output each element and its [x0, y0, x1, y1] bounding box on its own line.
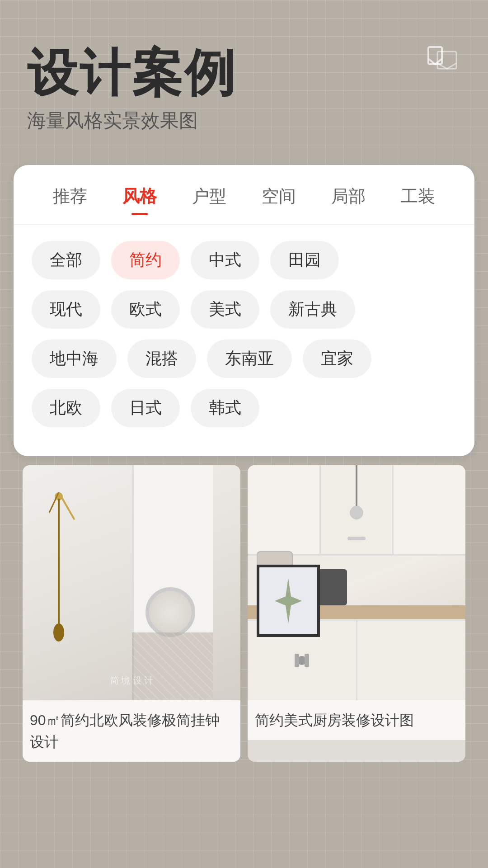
filter-card: 推荐 风格 户型 空间 局部 工装 全部 简约 中式 田园 现代 — [14, 165, 474, 456]
image-grid: 简 境 设 计 90㎡简约北欧风装修极简挂钟设计 — [18, 456, 470, 762]
page-title: 设计案例 — [27, 45, 461, 101]
filter-modern[interactable]: 现代 — [32, 290, 100, 329]
tab-space[interactable]: 空间 — [244, 181, 314, 212]
image-caption-2: 简约美式厨房装修设计图 — [248, 700, 465, 740]
filter-japanese[interactable]: 日式 — [111, 389, 180, 427]
filter-pastoral[interactable]: 田园 — [270, 241, 339, 279]
filter-row-3: 地中海 混搭 东南亚 宜家 — [32, 340, 456, 378]
image-card-2[interactable]: 简约美式厨房装修设计图 — [248, 465, 465, 762]
img-left-background — [23, 465, 240, 700]
svg-rect-0 — [428, 47, 442, 64]
page-wrapper: 设计案例 海量风格实景效果图 推荐 风格 户型 空间 局部 工装 全部 简约 中… — [0, 0, 488, 868]
wall-clock — [50, 492, 68, 673]
tab-detail[interactable]: 局部 — [314, 181, 383, 212]
filter-simple[interactable]: 简约 — [111, 241, 180, 279]
cabinet-upper-1 — [248, 465, 321, 554]
filter-ikea[interactable]: 宜家 — [303, 340, 371, 378]
filter-mediterranean[interactable]: 地中海 — [32, 340, 117, 378]
image-caption-1: 90㎡简约北欧风装修极简挂钟设计 — [23, 700, 240, 762]
tab-style[interactable]: 风格 — [105, 181, 174, 212]
page-subtitle: 海量风格实景效果图 — [27, 108, 461, 133]
tab-commercial[interactable]: 工装 — [383, 181, 453, 212]
image-placeholder-1: 简 境 设 计 — [23, 465, 240, 700]
caption-text-2: 简约美式厨房装修设计图 — [255, 709, 458, 731]
bookmark-icon — [425, 45, 461, 72]
image-watermark-1: 简 境 设 计 — [110, 675, 154, 687]
image-row: 简 境 设 计 90㎡简约北欧风装修极简挂钟设计 — [23, 465, 465, 762]
filter-american[interactable]: 美式 — [191, 290, 259, 329]
caption-text-1: 90㎡简约北欧风装修极简挂钟设计 — [30, 709, 233, 753]
header-section: 设计案例 海量风格实景效果图 — [18, 27, 470, 165]
image-card-1[interactable]: 简 境 设 计 90㎡简约北欧风装修极简挂钟设计 — [23, 465, 240, 762]
filter-neoclassical[interactable]: 新古典 — [270, 290, 355, 329]
filter-panel: 全部 简约 中式 田园 现代 欧式 美式 新古典 地中海 混搭 东南亚 — [14, 225, 474, 456]
filter-nordic[interactable]: 北欧 — [32, 389, 100, 427]
filter-row-4: 北欧 日式 韩式 — [32, 389, 456, 427]
filter-row-1: 全部 简约 中式 田园 — [32, 241, 456, 279]
tab-bar: 推荐 风格 户型 空间 局部 工装 — [14, 165, 474, 225]
mirror — [145, 587, 195, 637]
pendant-light — [356, 465, 357, 519]
tile-pattern — [132, 632, 213, 700]
filter-chinese[interactable]: 中式 — [191, 241, 259, 279]
filter-all[interactable]: 全部 — [32, 241, 100, 279]
image-placeholder-2 — [248, 465, 465, 700]
filter-korean[interactable]: 韩式 — [191, 389, 259, 427]
img-right-background — [248, 465, 465, 700]
filter-southeast-asian[interactable]: 东南亚 — [207, 340, 292, 378]
filter-european[interactable]: 欧式 — [111, 290, 180, 329]
filter-mix[interactable]: 混搭 — [127, 340, 196, 378]
tab-recommended[interactable]: 推荐 — [35, 181, 105, 212]
filter-row-2: 现代 欧式 美式 新古典 — [32, 290, 456, 329]
tab-layout[interactable]: 户型 — [174, 181, 244, 212]
cabinet-lower-2 — [357, 621, 466, 700]
cabinet-upper-3 — [394, 465, 465, 554]
content-area: 设计案例 海量风格实景效果图 推荐 风格 户型 空间 局部 工装 全部 简约 中… — [0, 0, 488, 780]
